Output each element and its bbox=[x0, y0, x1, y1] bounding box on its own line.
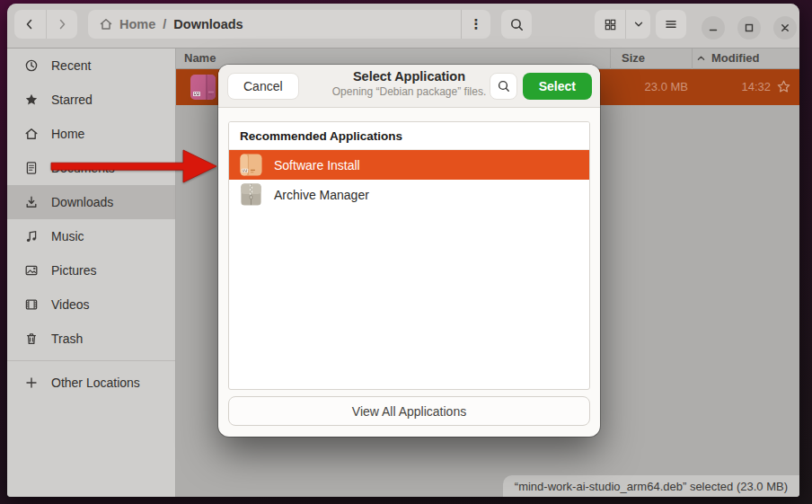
app-row-archive-manager[interactable]: Archive Manager bbox=[229, 180, 589, 209]
document-icon bbox=[24, 161, 39, 175]
select-button[interactable]: Select bbox=[523, 73, 592, 100]
nav-button-group bbox=[14, 10, 77, 39]
minimize-button[interactable] bbox=[702, 16, 725, 40]
sidebar-item-label: Starred bbox=[51, 93, 93, 107]
sidebar-item-other-locations[interactable]: Other Locations bbox=[7, 366, 175, 400]
search-icon bbox=[509, 17, 525, 32]
sidebar-item-starred[interactable]: Starred bbox=[7, 83, 175, 117]
breadcrumb-home[interactable]: Home bbox=[99, 17, 155, 31]
breadcrumb-home-label: Home bbox=[119, 17, 155, 31]
sidebar-item-label: Downloads bbox=[51, 195, 113, 209]
sidebar-item-label: Home bbox=[51, 127, 84, 141]
software-install-icon bbox=[239, 153, 263, 177]
view-all-applications-button[interactable]: View All Applications bbox=[228, 396, 590, 426]
view-toggle-group bbox=[595, 10, 650, 39]
sidebar-item-pictures[interactable]: Pictures bbox=[7, 253, 175, 287]
back-button[interactable] bbox=[14, 10, 46, 39]
minimize-icon bbox=[708, 22, 719, 33]
maximize-button[interactable] bbox=[737, 16, 761, 40]
main-menu-button[interactable] bbox=[656, 10, 686, 39]
maximize-icon bbox=[744, 22, 755, 33]
film-icon bbox=[24, 297, 39, 312]
recommended-section-header: Recommended Applications bbox=[229, 122, 589, 150]
hamburger-menu-icon bbox=[664, 17, 678, 31]
back-chevron-icon bbox=[22, 17, 37, 31]
plus-icon bbox=[24, 376, 39, 390]
sidebar-item-music[interactable]: Music bbox=[7, 219, 175, 253]
view-options-dropdown[interactable] bbox=[625, 10, 650, 39]
home-icon bbox=[99, 17, 113, 31]
selection-status-text: “mind-work-ai-studio_arm64.deb” selected… bbox=[515, 480, 788, 493]
application-listbox: Recommended Applications Software Instal… bbox=[228, 121, 590, 390]
clock-icon bbox=[24, 58, 39, 73]
sidebar-item-label: Recent bbox=[51, 58, 91, 73]
chevron-down-icon bbox=[632, 18, 645, 31]
file-modified-time: 14:32 bbox=[741, 80, 771, 93]
app-name: Software Install bbox=[274, 158, 360, 172]
sidebar-item-label: Videos bbox=[51, 297, 90, 312]
image-icon bbox=[24, 263, 39, 278]
column-header-modified[interactable]: Modified bbox=[696, 51, 759, 65]
sidebar-item-label: Pictures bbox=[51, 263, 97, 278]
search-icon bbox=[497, 79, 511, 93]
sort-ascending-icon bbox=[696, 53, 706, 63]
grid-view-button[interactable] bbox=[595, 10, 625, 39]
column-header-name[interactable]: Name bbox=[184, 51, 216, 65]
archive-manager-icon bbox=[239, 182, 263, 207]
sidebar-item-downloads[interactable]: Downloads bbox=[7, 185, 175, 219]
music-note-icon bbox=[24, 229, 39, 243]
column-divider bbox=[610, 49, 611, 69]
deb-package-file-icon bbox=[189, 73, 217, 102]
grid-view-icon bbox=[604, 18, 617, 31]
sidebar-item-recent[interactable]: Recent bbox=[7, 49, 175, 83]
kebab-menu-icon: ⋮ bbox=[470, 16, 483, 32]
breadcrumb-separator: / bbox=[163, 17, 166, 31]
breadcrumb-current[interactable]: Downloads bbox=[173, 17, 243, 31]
app-row-software-install[interactable]: Software Install bbox=[229, 150, 589, 180]
home-icon bbox=[24, 127, 39, 141]
breadcrumb: Home / Downloads ⋮ bbox=[88, 10, 490, 39]
dialog-search-button[interactable] bbox=[490, 73, 517, 100]
select-application-dialog: Cancel Select Application Opening “Debia… bbox=[218, 65, 600, 437]
sidebar-item-trash[interactable]: Trash bbox=[7, 322, 175, 356]
app-name: Archive Manager bbox=[274, 188, 369, 202]
sidebar-item-videos[interactable]: Videos bbox=[7, 287, 175, 322]
close-button[interactable] bbox=[773, 16, 797, 40]
sidebar-item-label: Trash bbox=[51, 332, 83, 346]
sidebar-item-home[interactable]: Home bbox=[7, 117, 175, 151]
star-outline-icon[interactable] bbox=[776, 79, 791, 94]
dialog-title-area: Select Application Opening “Debian packa… bbox=[317, 69, 501, 98]
headerbar: Home / Downloads ⋮ bbox=[7, 4, 799, 49]
forward-chevron-icon bbox=[55, 17, 69, 31]
close-icon bbox=[780, 22, 790, 33]
folder-menu-button[interactable]: ⋮ bbox=[461, 10, 490, 39]
column-header-modified-label: Modified bbox=[711, 51, 759, 65]
selection-statusbar: “mind-work-ai-studio_arm64.deb” selected… bbox=[503, 475, 799, 497]
red-arrow-annotation bbox=[50, 147, 218, 185]
download-icon bbox=[24, 195, 39, 209]
column-divider bbox=[692, 49, 693, 69]
column-header-size[interactable]: Size bbox=[622, 51, 645, 65]
search-button[interactable] bbox=[501, 10, 532, 39]
cancel-button[interactable]: Cancel bbox=[227, 73, 299, 100]
sidebar-separator bbox=[7, 360, 175, 361]
sidebar: Recent Starred Home Documents Downloads … bbox=[7, 49, 176, 497]
dialog-subtitle: Opening “Debian package” files. bbox=[317, 85, 501, 98]
star-icon bbox=[24, 93, 39, 107]
dialog-headerbar: Cancel Select Application Opening “Debia… bbox=[218, 65, 600, 108]
dialog-title: Select Application bbox=[317, 69, 501, 84]
sidebar-item-label: Other Locations bbox=[51, 376, 140, 390]
file-size: 23.0 MB bbox=[645, 80, 688, 93]
forward-button[interactable] bbox=[46, 10, 78, 39]
trash-icon bbox=[24, 332, 39, 346]
sidebar-item-label: Music bbox=[51, 229, 84, 243]
desktop: Home / Downloads ⋮ bbox=[0, 0, 812, 504]
